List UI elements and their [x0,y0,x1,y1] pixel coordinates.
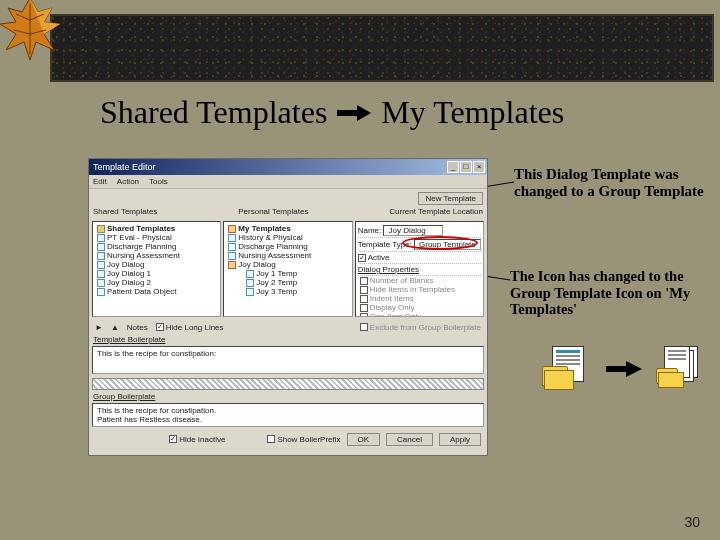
group-boiler-label: Group Boilerplate [93,392,155,401]
active-checkbox[interactable] [358,254,366,262]
arrow-right-icon [606,357,642,381]
menu-edit[interactable]: Edit [93,177,107,186]
splitter[interactable] [92,378,484,390]
boilerplate-textarea[interactable]: This is the recipe for constipation: [92,346,484,374]
label-location: Current Template Location [389,207,483,219]
arrow-right-icon [337,101,371,125]
title-left: Shared Templates [100,94,327,131]
notes-button[interactable]: Notes [127,323,148,332]
show-prefix-checkbox[interactable] [267,435,275,443]
hide-inactive-checkbox[interactable] [169,435,177,443]
template-editor-dialog: Template Editor _ □ × Edit Action Tools … [88,158,488,456]
menu-action[interactable]: Action [117,177,139,186]
group-template-icon [656,346,706,392]
name-field[interactable]: Joy Dialog [383,225,443,236]
label-personal: Personal Templates [238,207,308,219]
page-number: 30 [684,514,700,530]
icon-transition [542,346,706,392]
title-right: My Templates [381,94,564,131]
new-template-button[interactable]: New Template [418,192,483,205]
icon-arrow-right[interactable]: ► [95,323,103,332]
cancel-button[interactable]: Cancel [386,433,433,446]
boiler-label: Template Boilerplate [93,335,165,344]
window-titlebar: Template Editor _ □ × [89,159,487,175]
apply-button[interactable]: Apply [439,433,481,446]
maximize-button[interactable]: □ [460,161,472,173]
window-title: Template Editor [93,162,156,172]
decorative-band [50,14,714,82]
group-boiler-textarea[interactable]: This is the recipe for constipation. Pat… [92,403,484,427]
menu-bar: Edit Action Tools [89,175,487,189]
label-shared: Shared Templates [93,207,157,219]
callout-1: This Dialog Template was changed to a Gr… [514,166,710,201]
shared-templates-tree[interactable]: Shared Templates PT Eval - Physical Disc… [92,221,221,317]
minimize-button[interactable]: _ [447,161,459,173]
slide-title: Shared Templates My Templates [100,94,690,131]
items-label: Dialog Properties [358,265,419,274]
ok-button[interactable]: OK [347,433,381,446]
properties-panel: Name: Joy Dialog Template Type: Group Te… [355,221,484,317]
callout-2: The Icon has changed to the Group Templa… [510,268,718,318]
leaf-icon [0,0,66,66]
icon-arrow-up[interactable]: ▲ [111,323,119,332]
personal-templates-tree[interactable]: My Templates History & Physical Discharg… [223,221,352,317]
close-button[interactable]: × [473,161,485,173]
menu-tools[interactable]: Tools [149,177,168,186]
hide-long-checkbox[interactable] [156,323,164,331]
name-label: Name: [358,226,382,235]
highlight-oval [402,236,478,250]
dialog-template-icon [542,346,592,392]
